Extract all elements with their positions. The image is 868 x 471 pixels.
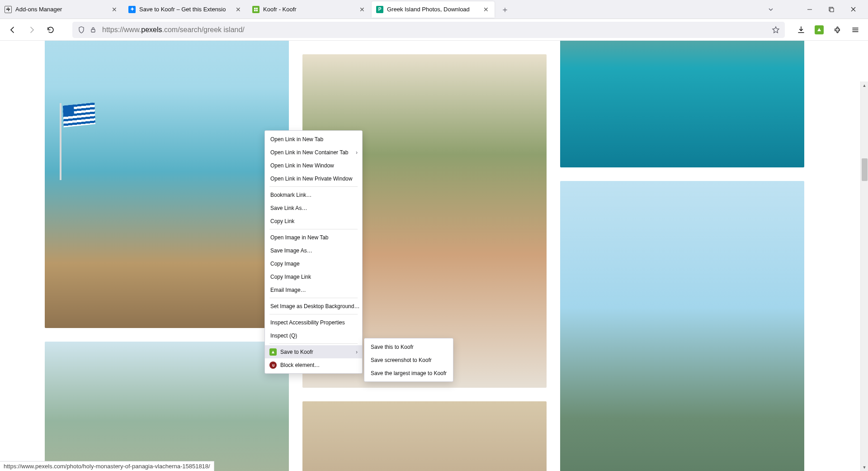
tab-label: Save to Koofr – Get this Extensio [139, 6, 234, 13]
scroll-down-button[interactable]: ▼ [861, 463, 868, 471]
minimize-button[interactable] [805, 5, 815, 14]
vertical-scrollbar[interactable]: ▲ ▼ [860, 81, 868, 471]
downloads-button[interactable] [793, 22, 809, 38]
koofr-icon [815, 25, 824, 34]
maximize-button[interactable] [826, 5, 836, 14]
tab-addons-manager[interactable]: Add-ons Manager ✕ [0, 1, 123, 18]
pexels-icon: P [376, 6, 383, 13]
tab-label: Koofr - Koofr [263, 6, 358, 13]
submenu-save-largest-image[interactable]: Save the largest image to Koofr [364, 366, 453, 380]
gallery-column [560, 41, 804, 471]
menu-open-link-private-window[interactable]: Open Link in New Private Window [265, 172, 362, 185]
tab-save-to-koofr[interactable]: ✦ Save to Koofr – Get this Extensio ✕ [124, 1, 247, 18]
photo-cliff-sea-sky[interactable] [560, 181, 804, 471]
photo-turquoise-bay[interactable] [560, 41, 804, 167]
reload-button[interactable] [42, 22, 59, 38]
bookmark-star-icon[interactable] [771, 26, 780, 34]
koofr-icon: ✦ [128, 6, 136, 13]
context-menu: Open Link in New Tab Open Link in New Co… [264, 130, 363, 374]
toolbar-right [793, 22, 863, 38]
separator [269, 186, 358, 187]
menu-open-link-new-window[interactable]: Open Link in New Window [265, 159, 362, 172]
close-icon[interactable]: ✕ [110, 5, 118, 14]
tab-label: Add-ons Manager [15, 6, 110, 13]
chevron-right-icon: › [356, 349, 358, 355]
submenu-save-screenshot[interactable]: Save screenshot to Koofr [364, 353, 453, 366]
separator [269, 314, 358, 314]
menu-save-to-koofr[interactable]: ▲ Save to Koofr › [265, 345, 362, 358]
tab-greek-island[interactable]: P Greek Island Photos, Download ✕ [372, 1, 495, 18]
tab-strip: Add-ons Manager ✕ ✦ Save to Koofr – Get … [0, 0, 868, 19]
svg-rect-6 [830, 8, 834, 12]
status-bar: https://www.pexels.com/photo/holy-monast… [0, 461, 214, 471]
window-controls [795, 5, 868, 14]
block-icon: ᴜ [269, 362, 277, 369]
flagpole-decoration [60, 103, 61, 180]
close-icon[interactable]: ✕ [358, 5, 366, 14]
all-tabs-button[interactable] [766, 5, 776, 14]
menu-block-element[interactable]: ᴜ Block element… [265, 358, 362, 371]
scroll-up-button[interactable]: ▲ [861, 81, 868, 89]
menu-copy-image[interactable]: Copy Image [265, 257, 362, 270]
tab-label: Greek Island Photos, Download [387, 6, 482, 13]
close-icon[interactable]: ✕ [482, 5, 490, 14]
koofr-icon: ▲ [269, 348, 277, 356]
addons-icon [5, 6, 12, 13]
page-content: Open Link in New Tab Open Link in New Co… [0, 41, 868, 471]
svg-rect-2 [254, 10, 256, 11]
koofr-extension-button[interactable] [811, 22, 827, 38]
greek-flag-decoration [63, 102, 95, 127]
close-icon[interactable]: ✕ [234, 5, 242, 14]
separator [269, 229, 358, 229]
back-button[interactable] [5, 22, 21, 38]
separator [269, 343, 358, 344]
forward-button[interactable] [24, 22, 40, 38]
address-bar[interactable]: https://www.pexels.com/search/greek isla… [72, 22, 785, 38]
svg-rect-3 [256, 10, 258, 11]
navigation-bar: https://www.pexels.com/search/greek isla… [0, 19, 868, 41]
submenu-save-this[interactable]: Save this to Koofr [364, 340, 453, 353]
chevron-right-icon: › [356, 149, 358, 156]
menu-set-desktop-background[interactable]: Set Image as Desktop Background… [265, 300, 362, 313]
menu-copy-link[interactable]: Copy Link [265, 214, 362, 228]
menu-open-link-new-tab[interactable]: Open Link in New Tab [265, 133, 362, 146]
scroll-thumb[interactable] [862, 158, 868, 181]
photo-coastal-cliffs[interactable] [45, 342, 289, 471]
new-tab-button[interactable]: ＋ [497, 2, 513, 17]
tab-koofr[interactable]: Koofr - Koofr ✕ [248, 1, 371, 18]
menu-save-link-as[interactable]: Save Link As… [265, 201, 362, 214]
menu-open-link-container-tab[interactable]: Open Link in New Container Tab› [265, 146, 362, 159]
photo-gallery [45, 41, 804, 471]
url-text: https://www.pexels.com/search/greek isla… [102, 26, 771, 34]
separator [269, 298, 358, 298]
menu-save-image-as[interactable]: Save Image As… [265, 244, 362, 257]
close-window-button[interactable] [848, 5, 858, 14]
svg-rect-7 [91, 29, 95, 32]
shield-icon[interactable] [77, 26, 86, 33]
menu-copy-image-link[interactable]: Copy Image Link [265, 270, 362, 283]
extensions-button[interactable] [829, 22, 845, 38]
photo-greek-flag-coast[interactable] [45, 41, 289, 328]
menu-open-image-new-tab[interactable]: Open Image in New Tab [265, 231, 362, 244]
menu-inspect-accessibility[interactable]: Inspect Accessibility Properties [265, 316, 362, 329]
svg-rect-0 [254, 8, 256, 10]
koofr-submenu: Save this to Koofr Save screenshot to Ko… [364, 338, 453, 382]
menu-inspect[interactable]: Inspect (Q) [265, 329, 362, 342]
koofr-icon [252, 6, 259, 13]
photo-stone-village[interactable] [302, 401, 547, 471]
lock-icon[interactable] [89, 27, 98, 33]
svg-rect-1 [256, 8, 258, 10]
menu-bookmark-link[interactable]: Bookmark Link… [265, 188, 362, 201]
menu-email-image[interactable]: Email Image… [265, 283, 362, 296]
app-menu-button[interactable] [847, 22, 863, 38]
